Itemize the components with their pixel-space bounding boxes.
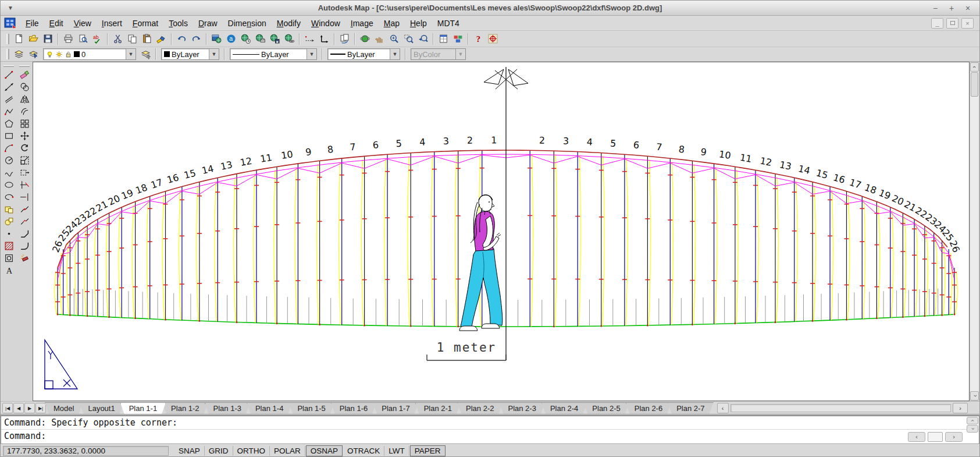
mdi-close-button[interactable]: × — [961, 18, 974, 29]
text-button[interactable]: A — [2, 264, 16, 277]
offset-button[interactable] — [17, 105, 31, 118]
map-globe-link-button[interactable] — [282, 32, 297, 46]
toggle-ortho[interactable]: ORTHO — [233, 446, 270, 456]
toolbar-grip[interactable] — [19, 65, 30, 67]
scale-button[interactable] — [17, 154, 31, 166]
ellipse-button[interactable] — [2, 179, 16, 191]
point-button[interactable] — [2, 228, 16, 240]
rectangle-button[interactable] — [2, 130, 16, 142]
map-project-button[interactable] — [209, 32, 224, 46]
tab-plan-1-4[interactable]: Plan 1-4 — [247, 402, 292, 414]
maximize-button[interactable]: + — [945, 3, 958, 13]
insert-block-button[interactable] — [2, 203, 16, 215]
tab-plan-2-5[interactable]: Plan 2-5 — [583, 402, 629, 414]
tab-plan-2-3[interactable]: Plan 2-3 — [499, 402, 544, 414]
fillet-button[interactable] — [17, 240, 31, 252]
spline-button[interactable] — [2, 166, 16, 179]
close-button[interactable]: × — [961, 3, 975, 13]
mirror-button[interactable] — [17, 93, 31, 105]
window-menu-button[interactable]: ▼ — [1, 1, 20, 15]
polygon-button[interactable] — [2, 118, 16, 130]
menu-modify[interactable]: Modify — [272, 17, 306, 30]
map-globe-printer-button[interactable] — [253, 32, 268, 46]
mdi-minimize-button[interactable]: _ — [931, 18, 943, 29]
construction-line-button[interactable] — [2, 81, 16, 93]
print-preview-button[interactable] — [76, 32, 90, 46]
chevron-down-icon[interactable]: ▼ — [307, 49, 316, 59]
menu-draw[interactable]: Draw — [193, 17, 223, 30]
scroll-down-button[interactable]: ‹ — [970, 391, 979, 401]
tab-plan-1-7[interactable]: Plan 1-7 — [373, 402, 418, 414]
tab-model[interactable]: Model — [45, 402, 83, 414]
toolbar-grip[interactable] — [3, 65, 14, 67]
explode-button[interactable] — [17, 252, 31, 264]
toggle-polar[interactable]: POLAR — [270, 446, 305, 456]
linetype-combo[interactable]: ByLayer ▼ — [230, 48, 317, 60]
tab-plan-1-3[interactable]: Plan 1-3 — [205, 402, 250, 414]
erase-button[interactable] — [17, 69, 31, 81]
layer-combo[interactable]: 0 ▼ — [43, 48, 136, 60]
copy-object-button[interactable] — [17, 81, 31, 93]
autocad-today-button[interactable]: a — [224, 32, 238, 46]
scroll-up-button[interactable]: ‹ — [970, 62, 979, 72]
menu-tools[interactable]: Tools — [163, 17, 193, 30]
toggle-snap[interactable]: SNAP — [174, 446, 205, 456]
command-scroll-up-button[interactable]: ‹ — [967, 417, 978, 424]
chevron-down-icon[interactable]: ▼ — [390, 49, 400, 59]
tab-scroll-right-button[interactable]: › — [953, 403, 968, 413]
save-button[interactable] — [41, 32, 55, 46]
menu-file[interactable]: File — [20, 17, 44, 30]
menu-map[interactable]: Map — [379, 17, 405, 30]
menu-image[interactable]: Image — [345, 17, 379, 30]
menu-dimension[interactable]: Dimension — [223, 17, 272, 30]
color-combo[interactable]: ByLayer ▼ — [161, 48, 219, 60]
help-button[interactable]: ? — [471, 32, 486, 46]
minimize-button[interactable]: − — [928, 3, 942, 13]
command-scroll-left-button[interactable]: ‹ — [908, 432, 925, 442]
map-globe-save-button[interactable] — [268, 32, 282, 46]
tab-plan-1-1[interactable]: Plan 1-1 — [120, 402, 166, 414]
make-object-layer-current-button[interactable] — [26, 47, 41, 61]
pan-realtime-button[interactable] — [372, 32, 387, 46]
map-globe-clock-button[interactable] — [238, 32, 253, 46]
open-file-button[interactable] — [26, 32, 41, 46]
arc-button[interactable] — [2, 142, 16, 154]
rotate-button[interactable] — [17, 142, 31, 154]
orbit-3d-button[interactable] — [358, 32, 372, 46]
toggle-grid[interactable]: GRID — [205, 446, 233, 456]
menu-help[interactable]: Help — [405, 17, 432, 30]
toggle-lwt[interactable]: LWT — [384, 446, 409, 456]
break-at-point-button[interactable] — [17, 203, 31, 215]
whip-target-button[interactable] — [486, 32, 500, 46]
tab-plan-2-2[interactable]: Plan 2-2 — [457, 402, 503, 414]
command-hscroll-thumb[interactable] — [928, 432, 943, 442]
make-block-button[interactable] — [2, 215, 16, 228]
menu-window[interactable]: Window — [306, 17, 345, 30]
coordinate-readout[interactable]: 177.7730, 233.3632, 0.0000 — [3, 446, 169, 456]
ellipse-arc-button[interactable] — [2, 191, 16, 203]
copy-button[interactable] — [125, 32, 140, 46]
design-center-button[interactable] — [451, 32, 465, 46]
tab-plan-2-1[interactable]: Plan 2-1 — [415, 402, 461, 414]
line-button[interactable] — [2, 69, 16, 81]
toggle-paper[interactable]: PAPER — [410, 445, 446, 456]
menu-format[interactable]: Format — [127, 17, 163, 30]
menu-mdt4[interactable]: MDT4 — [432, 17, 465, 30]
polyline-button[interactable] — [2, 105, 16, 118]
ucs-axes-button[interactable] — [317, 32, 332, 46]
tab-layout1[interactable]: Layout1 — [79, 402, 123, 414]
chevron-down-icon[interactable]: ▼ — [126, 49, 136, 59]
tab-prev-button[interactable]: ◀ — [13, 403, 24, 413]
zoom-previous-button[interactable] — [416, 32, 430, 46]
mdi-restore-button[interactable] — [946, 18, 958, 29]
properties-palette-button[interactable] — [436, 32, 451, 46]
tab-first-button[interactable]: |◀ — [2, 403, 13, 413]
zoom-realtime-button[interactable] — [387, 32, 401, 46]
layer-previous-button[interactable] — [138, 47, 153, 61]
print-button[interactable] — [61, 32, 76, 46]
scrollbar-thumb[interactable] — [971, 72, 978, 97]
menu-view[interactable]: View — [69, 17, 97, 30]
vertical-scrollbar[interactable]: ‹ ‹ — [970, 62, 979, 401]
toolbar-grip[interactable] — [6, 49, 9, 59]
menu-edit[interactable]: Edit — [44, 17, 69, 30]
